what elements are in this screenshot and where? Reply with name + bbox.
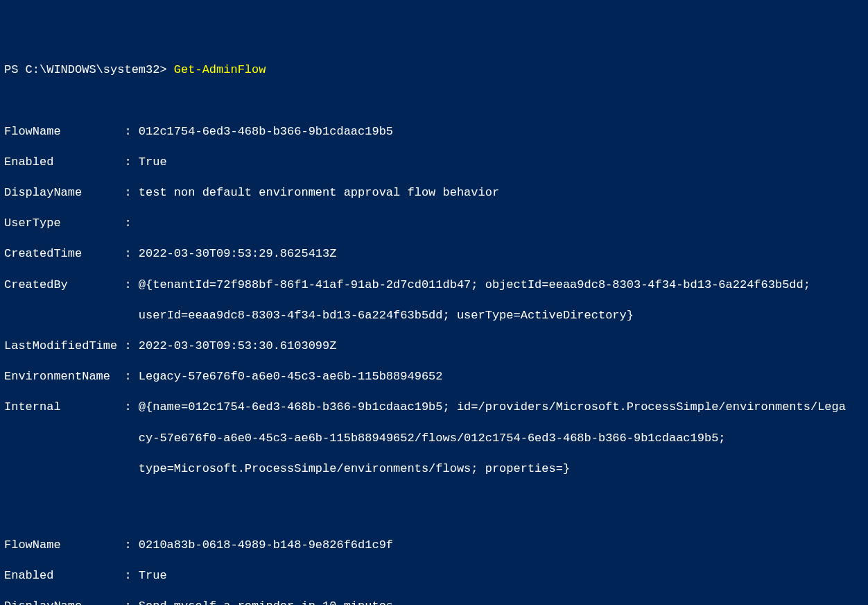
prop-label-enabled: Enabled <box>4 155 124 170</box>
prop-value-displayname: Send myself a reminder in 10 minutes <box>139 599 393 605</box>
prop-label-internal: Internal <box>4 400 124 415</box>
prop-label-lastmodifiedtime: LastModifiedTime <box>4 339 124 354</box>
prop-label-environmentname: EnvironmentName <box>4 369 124 384</box>
prop-label-flowname: FlowName <box>4 538 124 553</box>
prop-label-enabled: Enabled <box>4 568 124 583</box>
prop-colon: : <box>124 400 138 415</box>
prop-value-createdby-cont: userId=eeaa9dc8-8303-4f34-bd13-6a224f63b… <box>4 308 864 323</box>
prop-value-createdby: @{tenantId=72f988bf-86f1-41af-91ab-2d7cd… <box>139 278 810 291</box>
prop-value-displayname: test non default environment approval fl… <box>139 186 499 199</box>
prop-label-displayname: DisplayName <box>4 599 124 605</box>
prop-label-createdby: CreatedBy <box>4 278 124 293</box>
prop-value-enabled: True <box>139 155 167 169</box>
output-record: FlowName: 0210a83b-0618-4989-b148-9e826f… <box>4 522 864 605</box>
prompt-line[interactable]: PS C:\WINDOWS\system32> Get-AdminFlow <box>4 62 864 78</box>
prop-label-createdtime: CreatedTime <box>4 246 124 262</box>
prop-label-flowname: FlowName <box>4 124 124 139</box>
prop-value-internal-cont: type=Microsoft.ProcessSimple/environment… <box>4 461 864 477</box>
prop-colon: : <box>124 124 138 139</box>
prop-value-internal: @{name=012c1754-6ed3-468b-b366-9b1cdaac1… <box>139 400 846 414</box>
prompt-prefix: PS C:\WINDOWS\system32> <box>4 63 174 76</box>
prop-colon: : <box>124 568 138 583</box>
prop-colon: : <box>124 216 138 231</box>
prop-colon: : <box>124 185 138 201</box>
prop-colon: : <box>124 538 138 553</box>
prop-colon: : <box>124 369 138 384</box>
prop-label-displayname: DisplayName <box>4 185 124 201</box>
prop-colon: : <box>124 155 138 170</box>
output-record: FlowName: 012c1754-6ed3-468b-b366-9b1cda… <box>4 109 864 492</box>
command-text: Get-AdminFlow <box>174 63 266 76</box>
prop-colon: : <box>124 599 138 605</box>
prop-value-environmentname: Legacy-57e676f0-a6e0-45c3-ae6b-115b88949… <box>139 370 443 383</box>
prop-value-flowname: 012c1754-6ed3-468b-b366-9b1cdaac19b5 <box>139 125 393 138</box>
prop-label-usertype: UserType <box>4 216 124 231</box>
prop-value-createdtime: 2022-03-30T09:53:29.8625413Z <box>139 247 337 260</box>
prop-value-internal-cont: cy-57e676f0-a6e0-45c3-ae6b-115b88949652/… <box>4 431 864 446</box>
prop-colon: : <box>124 339 138 354</box>
prop-value-enabled: True <box>139 569 167 582</box>
prop-colon: : <box>124 278 138 293</box>
prop-colon: : <box>124 246 138 262</box>
prop-value-flowname: 0210a83b-0618-4989-b148-9e826f6d1c9f <box>139 538 393 552</box>
prop-value-lastmodifiedtime: 2022-03-30T09:53:30.6103099Z <box>139 339 337 352</box>
